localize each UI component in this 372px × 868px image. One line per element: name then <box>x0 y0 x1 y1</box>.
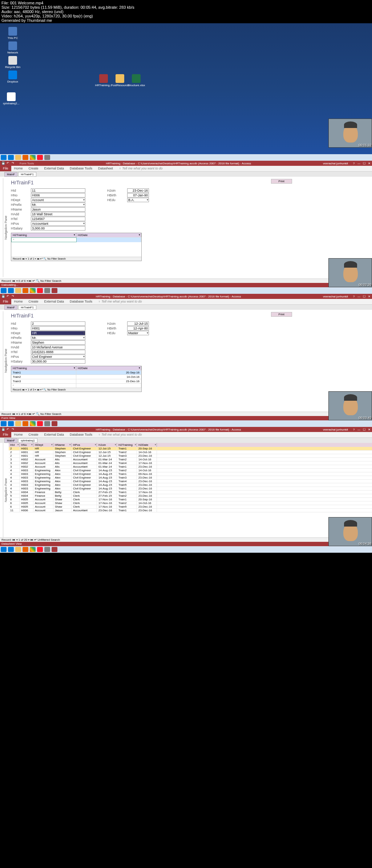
table-cell[interactable]: 2 <box>9 454 20 457</box>
table-cell[interactable]: Train3 <box>117 454 137 457</box>
tellme-input[interactable]: ♀ Tell me what you want to do <box>116 166 165 171</box>
save-icon[interactable]: 💾 <box>1 428 5 431</box>
table-cell[interactable]: 14-Oct-16 <box>137 458 157 461</box>
table-cell[interactable]: Train1 <box>117 472 137 476</box>
table-cell[interactable]: H002 <box>20 461 33 465</box>
redo-icon[interactable]: ↷ <box>12 161 15 165</box>
home-tab[interactable]: Home <box>11 166 26 171</box>
table-cell[interactable]: Account <box>33 501 53 505</box>
table-cell[interactable]: 17-Nov-16 <box>137 491 157 494</box>
explorer-icon[interactable] <box>15 155 21 160</box>
table-cell[interactable]: 6 <box>9 505 20 508</box>
table-cell[interactable]: 23-Dec-16 <box>137 483 157 487</box>
table-cell[interactable]: Engineering <box>33 469 53 472</box>
external-tab[interactable]: External Data <box>41 432 67 437</box>
column-header[interactable]: HNo <box>20 443 33 447</box>
table-cell[interactable]: Shaw <box>53 505 72 508</box>
new-train-cell[interactable] <box>11 237 77 242</box>
table-cell[interactable]: 6 <box>9 501 20 505</box>
access-taskbar-icon[interactable] <box>52 288 57 293</box>
h2date-header[interactable]: H2Date <box>76 233 141 237</box>
network-icon[interactable]: Network <box>4 41 22 54</box>
column-header[interactable]: HName <box>53 443 72 447</box>
table-cell[interactable]: H003 <box>20 480 33 483</box>
this-pc-icon[interactable]: This PC <box>4 27 22 40</box>
table-cell[interactable]: Train1 <box>11 371 76 375</box>
close-button[interactable]: ✕ <box>367 428 371 431</box>
table-cell[interactable]: H006 <box>20 509 33 512</box>
access-taskbar-icon[interactable] <box>52 421 57 426</box>
record-navigator[interactable]: Record: ⏮ ◀ 1 of 20 ▶ ⏭ ▶* Unfiltered Se… <box>0 537 372 542</box>
table-cell[interactable]: Train3 <box>11 379 76 383</box>
mainf-tab[interactable]: MainF <box>4 172 17 177</box>
datasheet-tab[interactable]: Datasheet <box>95 166 116 171</box>
table-cell[interactable]: Betty <box>53 491 72 494</box>
table-row[interactable]: 4H003EngineeringAlexCivil Engineer14-Aug… <box>9 483 372 487</box>
minimize-button[interactable]: — <box>357 428 361 431</box>
table-cell[interactable]: 4 <box>9 483 20 487</box>
ie-icon[interactable] <box>8 421 14 426</box>
dbtools-tab[interactable]: Database Tools <box>67 166 95 171</box>
table-cell[interactable]: Civil Engineer <box>72 476 97 479</box>
table-row[interactable]: 4H003EngineeringAlexCivil Engineer14-Aug… <box>9 472 372 476</box>
start-button[interactable] <box>1 155 7 160</box>
table-cell[interactable]: Train5 <box>117 505 137 508</box>
table-cell[interactable]: 17-Nov-16 <box>97 498 117 501</box>
hname-input[interactable]: Jason <box>31 207 85 212</box>
table-cell[interactable]: H004 <box>20 491 33 494</box>
table-cell[interactable]: 20-Sep-16 <box>137 498 157 501</box>
table-cell[interactable]: Engineering <box>33 480 53 483</box>
table-cell[interactable]: H004 <box>20 494 33 497</box>
table-row[interactable]: 4H003EngineeringAlexCivil Engineer14-Aug… <box>9 480 372 483</box>
h2training-header[interactable]: H2Training <box>11 233 76 237</box>
table-cell[interactable]: Stephen <box>53 451 72 454</box>
table-cell[interactable]: Alis <box>53 461 72 465</box>
file-tab[interactable]: File <box>0 166 11 171</box>
table-cell[interactable]: 23-Dec-16 <box>137 476 157 479</box>
table-cell[interactable]: 4 <box>9 472 20 476</box>
maximize-button[interactable]: ☐ <box>362 295 366 298</box>
taskbar[interactable] <box>0 287 372 294</box>
table-cell[interactable]: 01-Mar-14 <box>97 465 117 468</box>
table-row[interactable]: 5H004FinanceBettyClerk27-Feb-15Train117-… <box>9 491 372 494</box>
table-cell[interactable]: Alis <box>53 458 72 461</box>
print-button[interactable]: Print <box>271 312 292 317</box>
table-cell[interactable]: Train1 <box>117 465 137 468</box>
table-cell[interactable]: Train2 <box>117 451 137 454</box>
start-button[interactable] <box>1 547 7 552</box>
h2date-header[interactable]: H2Date <box>76 366 141 370</box>
hsalary-input[interactable]: 3,000.00 <box>31 226 85 231</box>
firefox-icon[interactable] <box>23 421 28 426</box>
table-cell[interactable]: 20-Sep-16 <box>137 447 157 450</box>
table-cell[interactable]: 14-Aug-15 <box>97 483 117 487</box>
table-cell[interactable]: Train5 <box>117 483 137 487</box>
hdept-input[interactable]: HR <box>31 331 85 335</box>
help-button[interactable]: ? <box>352 428 356 431</box>
table-cell[interactable]: Accountant <box>72 461 97 465</box>
table-row[interactable]: 2H001HRStephenCivil Engineer12-Jul-15Tra… <box>9 447 372 451</box>
table-cell[interactable]: Finance <box>33 491 53 494</box>
hjoin-input[interactable]: 23-Dec-16 <box>127 188 149 193</box>
table-cell[interactable]: 14-Oct-16 <box>137 469 157 472</box>
table-cell[interactable]: H001 <box>20 454 33 457</box>
redo-icon[interactable]: ↷ <box>12 428 15 431</box>
table-cell[interactable]: 14-Aug-15 <box>97 480 117 483</box>
external-tab[interactable]: External Data <box>41 166 67 171</box>
table-row[interactable]: 3H002AccountAlisAccountant01-Mar-14Train… <box>9 461 372 465</box>
hbirth-input[interactable]: 07-Jan-90 <box>127 193 149 197</box>
hrtrainf1-tab[interactable]: HrTrainF1 <box>18 305 36 310</box>
ie-icon[interactable] <box>8 288 14 293</box>
app-icon[interactable] <box>44 547 50 552</box>
table-cell[interactable]: Accountant <box>72 509 97 512</box>
hid-input[interactable]: 11 <box>31 188 85 193</box>
table-cell[interactable]: Alis <box>53 465 72 468</box>
app-icon[interactable] <box>44 421 50 426</box>
tellme-input[interactable]: ♀ Tell me what you want to do <box>95 299 145 304</box>
table-cell[interactable]: Civil Engineer <box>72 487 97 490</box>
subform-navigator[interactable]: Record: ⏮ ◀ 1 of 3 ▶ ⏭ ▶* 🔍 No Filter Se… <box>11 388 141 392</box>
table-cell[interactable]: 23-Dec-16 <box>97 509 117 512</box>
hadd-input[interactable]: 18 Wall Street <box>31 212 85 216</box>
table-cell[interactable]: 5 <box>9 494 20 497</box>
app-icon[interactable] <box>44 155 50 160</box>
firefox-icon[interactable] <box>23 155 28 160</box>
